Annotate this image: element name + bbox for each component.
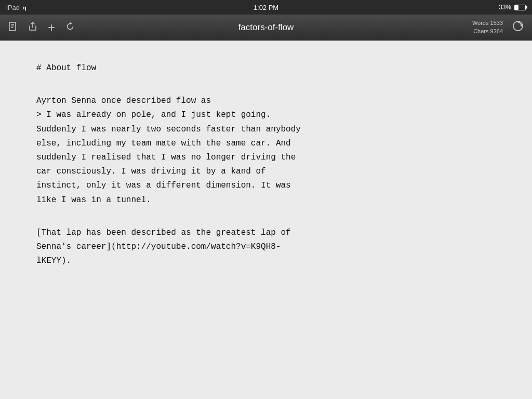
toolbar-left: + (8, 21, 180, 34)
wifi-icon: 𝛈 (23, 4, 26, 11)
blockquote-text: > I was already on pole, and I just kept… (36, 110, 301, 204)
toolbar: + factors-of-flow Words 1533 Chars 9264 (0, 15, 532, 41)
refresh-icon[interactable] (65, 22, 75, 33)
status-left: iPad 𝛈 (6, 4, 26, 11)
content-area[interactable]: # About flow Ayrton Senna once described… (0, 41, 532, 399)
word-char-count: Words 1533 Chars 9264 (472, 19, 503, 35)
battery-fill (515, 5, 518, 10)
paragraph-2-text: [That lap has been described as the grea… (36, 228, 291, 265)
add-icon[interactable]: + (48, 21, 55, 34)
svg-rect-0 (9, 22, 16, 31)
paragraph-2: [That lap has been described as the grea… (36, 226, 496, 269)
paragraph-1-text: Ayrton Senna once described flow as (36, 96, 211, 105)
document-heading: # About flow (36, 61, 496, 75)
status-bar: iPad 𝛈 1:02 PM 33% (0, 0, 532, 15)
status-right: 33% (499, 4, 526, 11)
time-display: 1:02 PM (254, 4, 278, 11)
paragraph-1: Ayrton Senna once described flow as > I … (36, 94, 496, 207)
battery-percent: 33% (499, 4, 511, 11)
toolbar-right-inner: Words 1533 Chars 9264 (472, 19, 524, 35)
word-count-label: Words 1533 (472, 19, 503, 27)
char-count-label: Chars 9264 (472, 28, 503, 35)
toolbar-right: Words 1533 Chars 9264 (352, 19, 524, 35)
device-label: iPad (6, 4, 20, 11)
document-title: factors-of-flow (180, 22, 352, 33)
share-icon[interactable] (28, 22, 37, 33)
battery-icon (514, 5, 526, 10)
sync-icon[interactable] (512, 20, 524, 34)
document-icon[interactable] (8, 22, 18, 33)
